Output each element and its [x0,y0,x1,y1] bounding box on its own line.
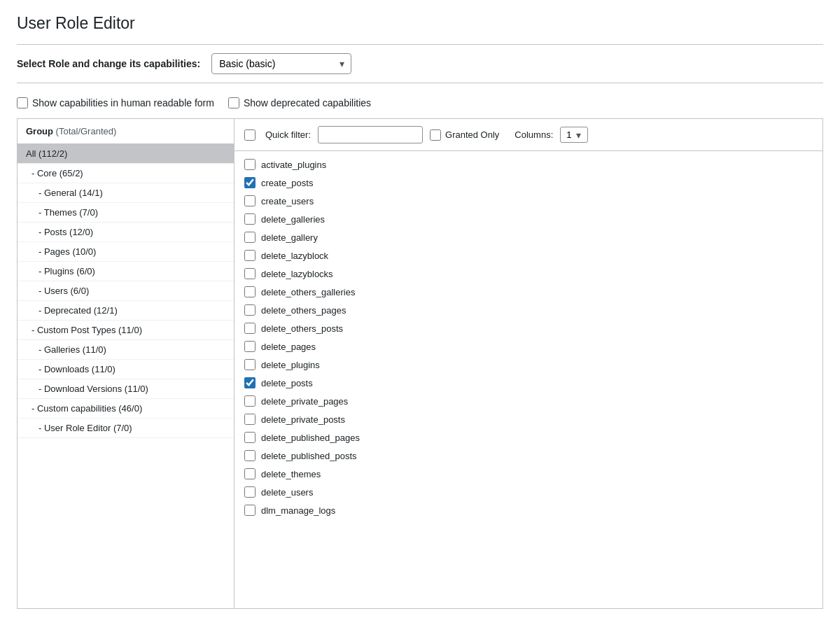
select-all-cap-label[interactable] [244,129,255,141]
cap-item-activate_plugins: activate_plugins [234,155,822,174]
top-bar: Select Role and change its capabilities:… [17,44,823,83]
cap-item-delete_published_posts: delete_published_posts [234,447,822,465]
cap-checkbox-delete_others_posts[interactable] [244,323,255,334]
cap-item-delete_themes: delete_themes [234,465,822,483]
cap-checkbox-delete_others_galleries[interactable] [244,286,255,297]
cap-checkbox-delete_posts[interactable] [244,377,255,388]
cap-checkbox-delete_lazyblock[interactable] [244,250,255,261]
cap-checkbox-delete_published_pages[interactable] [244,432,255,443]
role-select[interactable]: Basic (basic) Administrator Editor Autho… [211,53,351,74]
cap-name-activate_plugins: activate_plugins [261,160,326,170]
cap-item-dlm_manage_logs: dlm_manage_logs [234,501,822,519]
cap-item-delete_private_pages: delete_private_pages [234,392,822,410]
cap-name-delete_posts: delete_posts [261,378,313,388]
sidebar-item-general[interactable]: - General (14/1) [18,183,234,203]
human-readable-label: Show capabilities in human readable form [32,97,214,108]
cap-item-delete_others_pages: delete_others_pages [234,301,822,319]
cap-checkbox-delete_pages[interactable] [244,341,255,352]
granted-only-checkbox[interactable] [430,129,441,141]
cap-item-delete_galleries: delete_galleries [234,210,822,228]
cap-name-delete_others_posts: delete_others_posts [261,323,343,334]
options-bar: Show capabilities in human readable form… [17,92,823,119]
cap-checkbox-delete_galleries[interactable] [244,213,255,225]
granted-only-option[interactable]: Granted Only [430,129,499,141]
group-list: All (112/2)- Core (65/2)- General (14/1)… [18,144,234,438]
sidebar: Group (Total/Granted) All (112/2)- Core … [18,119,234,608]
cap-list: activate_pluginscreate_postscreate_users… [234,151,822,524]
cap-item-delete_gallery: delete_gallery [234,228,822,246]
human-readable-checkbox[interactable] [17,97,28,108]
cap-checkbox-delete_gallery[interactable] [244,232,255,243]
cap-name-delete_lazyblocks: delete_lazyblocks [261,269,333,279]
cap-toolbar: Quick filter: Granted Only Columns: 1 2 … [234,119,822,151]
cap-checkbox-dlm_manage_logs[interactable] [244,505,255,516]
sidebar-item-custom-caps[interactable]: - Custom capabilities (46/0) [18,399,234,419]
page-title: User Role Editor [17,14,823,33]
cap-item-delete_users: delete_users [234,483,822,501]
cap-name-delete_pages: delete_pages [261,342,316,352]
sidebar-item-user-role-editor[interactable]: - User Role Editor (7/0) [18,419,234,438]
cap-checkbox-delete_published_posts[interactable] [244,450,255,461]
capabilities-panel: Quick filter: Granted Only Columns: 1 2 … [234,119,822,608]
cap-item-delete_plugins: delete_plugins [234,356,822,374]
cap-name-delete_galleries: delete_galleries [261,214,325,225]
cap-item-create_users: create_users [234,192,822,210]
cap-item-delete_others_galleries: delete_others_galleries [234,283,822,301]
deprecated-checkbox[interactable] [228,97,239,108]
sidebar-item-deprecated[interactable]: - Deprecated (12/1) [18,301,234,321]
cap-item-delete_pages: delete_pages [234,337,822,356]
quick-filter-input[interactable] [318,126,423,143]
sidebar-item-core[interactable]: - Core (65/2) [18,164,234,183]
cap-name-delete_private_pages: delete_private_pages [261,396,348,407]
cap-checkbox-delete_lazyblocks[interactable] [244,268,255,279]
cap-name-delete_themes: delete_themes [261,469,321,479]
sidebar-item-downloads[interactable]: - Downloads (11/0) [18,360,234,379]
sidebar-item-galleries[interactable]: - Galleries (11/0) [18,340,234,360]
human-readable-option[interactable]: Show capabilities in human readable form [17,97,214,108]
columns-select[interactable]: 1 2 3 4 [560,127,588,143]
cap-item-delete_lazyblocks: delete_lazyblocks [234,265,822,283]
cap-checkbox-activate_plugins[interactable] [244,159,255,170]
cap-checkbox-create_users[interactable] [244,195,255,206]
cap-checkbox-delete_users[interactable] [244,486,255,498]
sidebar-item-users[interactable]: - Users (6/0) [18,281,234,301]
deprecated-label: Show deprecated capabilities [244,97,371,108]
cap-name-delete_plugins: delete_plugins [261,360,320,370]
sidebar-item-plugins[interactable]: - Plugins (6/0) [18,262,234,281]
sidebar-item-posts[interactable]: - Posts (12/0) [18,223,234,242]
role-select-label: Select Role and change its capabilities: [17,58,200,69]
select-all-cap-checkbox[interactable] [244,129,255,141]
cap-name-delete_users: delete_users [261,487,313,498]
sidebar-item-all[interactable]: All (112/2) [18,144,234,164]
cap-name-delete_lazyblock: delete_lazyblock [261,251,328,261]
sidebar-header-group: Group [26,126,53,136]
columns-label: Columns: [514,129,553,140]
cap-item-delete_others_posts: delete_others_posts [234,319,822,337]
columns-select-wrapper: 1 2 3 4 [560,127,588,143]
sidebar-header-sub: (Total/Granted) [53,126,116,136]
sidebar-item-pages[interactable]: - Pages (10/0) [18,242,234,262]
role-select-wrapper: Basic (basic) Administrator Editor Autho… [211,53,351,74]
cap-name-delete_others_galleries: delete_others_galleries [261,287,355,297]
cap-name-delete_others_pages: delete_others_pages [261,305,346,316]
cap-checkbox-create_posts[interactable] [244,177,255,188]
cap-item-create_posts: create_posts [234,174,822,192]
sidebar-item-download-versions[interactable]: - Download Versions (11/0) [18,379,234,399]
cap-name-delete_gallery: delete_gallery [261,232,318,243]
quick-filter-label: Quick filter: [265,129,311,140]
cap-checkbox-delete_private_posts[interactable] [244,414,255,425]
sidebar-item-custom-post-types[interactable]: - Custom Post Types (11/0) [18,321,234,340]
sidebar-header: Group (Total/Granted) [18,119,234,144]
cap-checkbox-delete_private_pages[interactable] [244,395,255,407]
cap-name-delete_published_pages: delete_published_pages [261,433,360,443]
deprecated-option[interactable]: Show deprecated capabilities [228,97,371,108]
cap-checkbox-delete_plugins[interactable] [244,359,255,370]
cap-name-dlm_manage_logs: dlm_manage_logs [261,505,335,516]
granted-only-label-text: Granted Only [445,129,499,140]
sidebar-item-themes[interactable]: - Themes (7/0) [18,203,234,223]
cap-checkbox-delete_themes[interactable] [244,468,255,479]
cap-checkbox-delete_others_pages[interactable] [244,304,255,316]
cap-item-delete_published_pages: delete_published_pages [234,428,822,447]
cap-item-delete_private_posts: delete_private_posts [234,410,822,428]
cap-name-create_users: create_users [261,196,314,206]
